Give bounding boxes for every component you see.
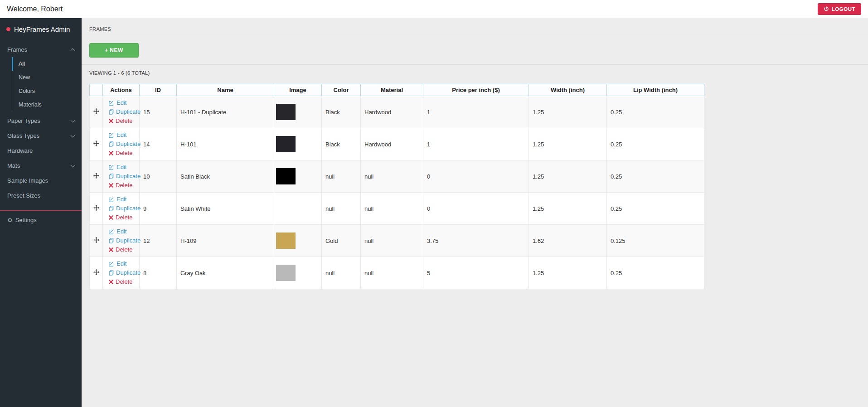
sidebar-item-frames[interactable]: Frames All New Colors Materials: [0, 42, 82, 111]
header-id: ID: [140, 84, 177, 96]
cell-id: 9: [140, 193, 177, 225]
cell-color: null: [322, 193, 361, 225]
duplicate-link[interactable]: Duplicate: [109, 107, 137, 116]
duplicate-label: Duplicate: [116, 107, 141, 116]
cell-lip-width: 0.25: [607, 193, 704, 225]
sidebar-item-hardware[interactable]: Hardware: [0, 143, 82, 158]
sidebar-subitem-new[interactable]: New: [12, 71, 82, 84]
duplicate-link[interactable]: Duplicate: [109, 204, 137, 213]
new-button[interactable]: + NEW: [89, 43, 139, 58]
chevron-up-icon: [71, 48, 75, 53]
edit-link[interactable]: Edit: [109, 131, 137, 140]
welcome-text: Welcome, Robert: [7, 5, 63, 13]
brand-dot-icon: [6, 27, 10, 31]
duplicate-link[interactable]: Duplicate: [109, 140, 137, 149]
header-name: Name: [177, 84, 274, 96]
cell-width: 1.25: [529, 257, 607, 289]
delete-link[interactable]: Delete: [109, 277, 137, 286]
edit-link[interactable]: Edit: [109, 163, 137, 172]
edit-icon: [109, 261, 114, 266]
edit-icon: [109, 229, 114, 234]
table-row: Edit Duplicate Delete 10 Satin Black nul…: [90, 160, 704, 193]
sidebar-item-paper-types[interactable]: Paper Types: [0, 113, 82, 128]
edit-icon: [109, 165, 114, 170]
sidebar-subitem-all[interactable]: All: [12, 57, 82, 71]
edit-link[interactable]: Edit: [109, 259, 137, 268]
table-row: Edit Duplicate Delete 14 H-101 Black Har…: [90, 128, 704, 160]
edit-link[interactable]: Edit: [109, 98, 137, 107]
toolbar: + NEW: [82, 36, 868, 65]
header-image: Image: [274, 84, 322, 96]
cell-material: null: [361, 193, 423, 225]
delete-label: Delete: [116, 213, 133, 222]
header-material: Material: [361, 84, 423, 96]
cell-price-per-inch: 5: [423, 257, 529, 289]
logout-button[interactable]: LOGOUT: [818, 3, 861, 15]
header-price: Price per inch ($): [423, 84, 529, 96]
delete-label: Delete: [116, 116, 133, 126]
edit-link[interactable]: Edit: [109, 195, 137, 204]
edit-link[interactable]: Edit: [109, 227, 137, 236]
table-row: Edit Duplicate Delete 15 H-101 - Duplica…: [90, 96, 704, 128]
table-row: Edit Duplicate Delete 9 Satin White null…: [90, 193, 704, 225]
topbar: Welcome, Robert LOGOUT: [0, 0, 868, 18]
table-row: Edit Duplicate Delete 12 H-109 Gold null…: [90, 225, 704, 257]
sidebar-item-label: Preset Sizes: [7, 192, 40, 199]
delete-link[interactable]: Delete: [109, 245, 137, 254]
sidebar-item-preset-sizes[interactable]: Preset Sizes: [0, 188, 82, 203]
duplicate-icon: [109, 109, 114, 115]
delete-label: Delete: [116, 181, 133, 190]
duplicate-link[interactable]: Duplicate: [109, 236, 137, 245]
delete-label: Delete: [116, 277, 133, 286]
sidebar-item-glass-types[interactable]: Glass Types: [0, 128, 82, 143]
frame-image: [276, 104, 296, 120]
settings-label: Settings: [15, 217, 37, 223]
drag-handle-icon[interactable]: [93, 205, 99, 211]
delete-label: Delete: [116, 245, 133, 254]
cell-color: Black: [322, 96, 361, 128]
duplicate-label: Duplicate: [116, 268, 141, 277]
frames-table: Actions ID Name Image Color Material Pri…: [89, 84, 704, 289]
delete-label: Delete: [116, 149, 133, 158]
duplicate-link[interactable]: Duplicate: [109, 172, 137, 181]
drag-handle-icon[interactable]: [93, 237, 99, 243]
cell-id: 8: [140, 257, 177, 289]
sidebar-item-mats[interactable]: Mats: [0, 158, 82, 173]
sidebar-subitem-colors[interactable]: Colors: [12, 84, 82, 98]
delete-icon: [109, 215, 113, 220]
drag-handle-icon[interactable]: [93, 108, 99, 114]
drag-handle-icon[interactable]: [93, 269, 99, 275]
duplicate-icon: [109, 238, 114, 243]
sidebar-item-frames-link[interactable]: Frames: [0, 42, 82, 57]
duplicate-label: Duplicate: [116, 140, 141, 149]
sidebar-nav: Frames All New Colors Materials Paper Ty…: [0, 42, 82, 203]
cell-width: 1.25: [529, 96, 607, 128]
sidebar-item-label: Paper Types: [7, 117, 40, 124]
sidebar: HeyFrames Admin Frames All New Colors Ma…: [0, 18, 82, 407]
cell-color: null: [322, 160, 361, 193]
delete-link[interactable]: Delete: [109, 181, 137, 190]
sidebar-item-sample-images[interactable]: Sample Images: [0, 173, 82, 188]
cell-lip-width: 0.125: [607, 225, 704, 257]
drag-handle-icon[interactable]: [93, 173, 99, 179]
edit-label: Edit: [116, 163, 126, 172]
cell-lip-width: 0.25: [607, 257, 704, 289]
drag-handle-icon[interactable]: [93, 141, 99, 146]
sidebar-item-settings[interactable]: ⚙ Settings: [0, 210, 82, 229]
delete-icon: [109, 280, 113, 284]
cell-width: 1.25: [529, 160, 607, 193]
frame-image: [276, 200, 296, 217]
table-row: Edit Duplicate Delete 8 Gray Oak null nu…: [90, 257, 704, 289]
sidebar-subitem-materials[interactable]: Materials: [12, 98, 82, 111]
breadcrumb-label: FRAMES: [89, 26, 111, 32]
edit-label: Edit: [116, 259, 126, 268]
frame-image: [276, 265, 296, 281]
duplicate-icon: [109, 174, 114, 179]
brand: HeyFrames Admin: [0, 18, 82, 39]
duplicate-link[interactable]: Duplicate: [109, 268, 137, 277]
delete-link[interactable]: Delete: [109, 116, 137, 126]
delete-link[interactable]: Delete: [109, 149, 137, 158]
delete-link[interactable]: Delete: [109, 213, 137, 222]
sidebar-item-label: Frames: [7, 46, 27, 53]
cell-name: H-101: [177, 128, 274, 160]
